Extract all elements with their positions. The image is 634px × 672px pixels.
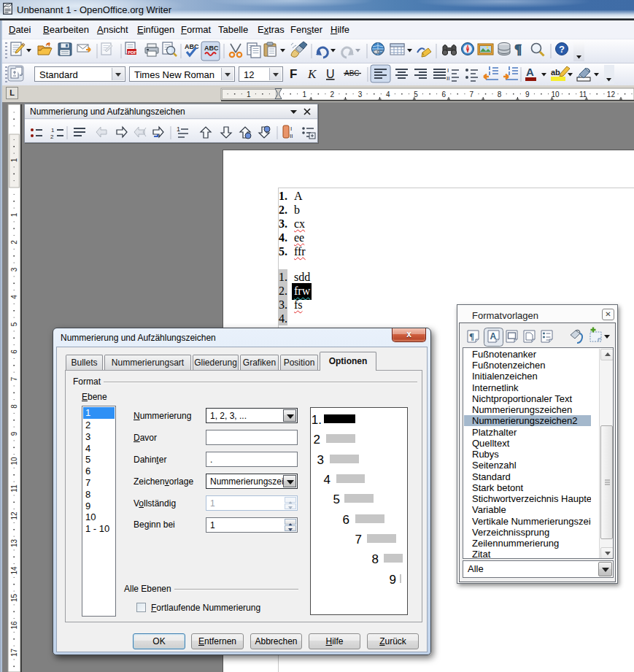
svg-text:14: 14	[10, 566, 18, 575]
svg-text:K: K	[307, 67, 317, 81]
svg-text:11: 11	[10, 484, 18, 493]
svg-text:5: 5	[10, 322, 18, 326]
svg-text:6: 6	[441, 90, 446, 99]
svg-text:17: 17	[10, 649, 18, 657]
svg-text:I: I	[447, 67, 449, 74]
svg-text:2: 2	[10, 240, 18, 244]
svg-text:3: 3	[10, 267, 18, 271]
svg-text:7: 7	[470, 90, 474, 99]
svg-text:15: 15	[10, 594, 18, 603]
svg-text:1: 1	[10, 212, 18, 217]
svg-text:?: ?	[559, 44, 565, 55]
svg-text:II: II	[446, 75, 449, 82]
svg-text:12: 12	[607, 90, 616, 99]
svg-text:6: 6	[10, 349, 18, 354]
svg-text:8: 8	[498, 90, 502, 99]
svg-text:9: 9	[525, 90, 530, 99]
svg-text:1: 1	[302, 90, 306, 99]
svg-text:I: I	[290, 125, 292, 132]
svg-text:10: 10	[10, 457, 18, 466]
svg-text:4: 4	[386, 90, 390, 99]
svg-text:9: 9	[10, 431, 18, 436]
svg-text:4: 4	[10, 295, 18, 299]
svg-text:A: A	[526, 66, 534, 78]
svg-text:11: 11	[579, 90, 587, 99]
svg-text:F: F	[290, 67, 297, 81]
svg-text:1: 1	[51, 127, 55, 134]
svg-text:13: 13	[10, 539, 18, 548]
svg-text:1: 1	[177, 125, 180, 133]
svg-text:3: 3	[358, 90, 363, 99]
svg-text:2: 2	[50, 134, 54, 140]
svg-text:¶: ¶	[469, 331, 474, 341]
svg-text:II: II	[290, 133, 293, 139]
svg-text:10: 10	[551, 90, 560, 99]
svg-text:8: 8	[10, 404, 18, 409]
svg-text:A: A	[490, 331, 497, 341]
svg-text:1: 1	[247, 90, 251, 99]
svg-text:5: 5	[414, 90, 418, 99]
svg-text:7: 7	[10, 376, 18, 381]
svg-text:U: U	[326, 68, 335, 80]
svg-text:ABC: ABC	[185, 43, 199, 50]
svg-text:16: 16	[10, 621, 18, 630]
svg-text:ab: ab	[551, 68, 560, 77]
svg-text:1: 1	[10, 158, 18, 162]
svg-text:ABC: ABC	[204, 45, 219, 52]
svg-text:2: 2	[330, 90, 335, 99]
svg-text:¶: ¶	[514, 42, 522, 57]
svg-text:12: 12	[10, 511, 18, 520]
svg-text:PDF: PDF	[128, 50, 136, 55]
